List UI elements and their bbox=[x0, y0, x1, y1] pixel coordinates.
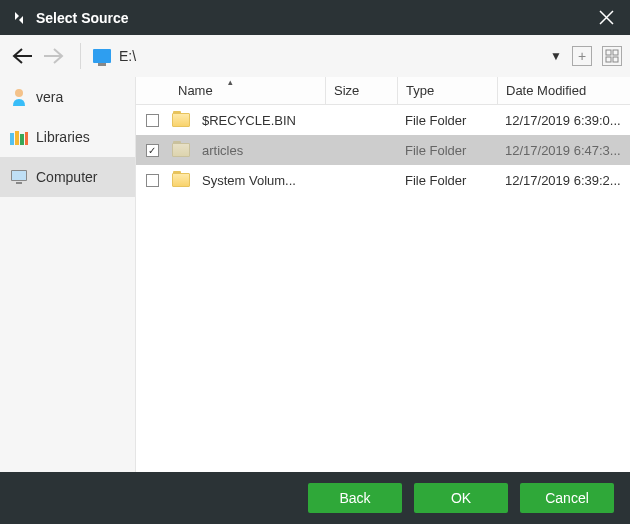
sort-asc-icon: ▴ bbox=[228, 77, 233, 87]
path-breadcrumb[interactable]: E:\ bbox=[93, 48, 550, 64]
sidebar-item-label: vera bbox=[36, 89, 63, 105]
row-date: 12/17/2019 6:39:0... bbox=[497, 113, 630, 128]
sidebar-item-libraries[interactable]: Libraries bbox=[0, 117, 135, 157]
cancel-button[interactable]: Cancel bbox=[520, 483, 614, 513]
svg-rect-10 bbox=[12, 171, 26, 180]
user-icon bbox=[10, 88, 28, 106]
row-checkbox[interactable] bbox=[146, 174, 159, 187]
back-button[interactable]: Back bbox=[308, 483, 402, 513]
svg-rect-3 bbox=[613, 57, 618, 62]
view-mode-button[interactable] bbox=[602, 46, 622, 66]
nav-back-button[interactable] bbox=[8, 41, 38, 71]
row-name: System Volum... bbox=[194, 173, 325, 188]
svg-rect-8 bbox=[25, 132, 28, 145]
folder-icon bbox=[172, 143, 190, 157]
svg-rect-6 bbox=[15, 131, 19, 145]
sidebar-item-user[interactable]: vera bbox=[0, 77, 135, 117]
nav-forward-button bbox=[38, 41, 68, 71]
ok-button[interactable]: OK bbox=[414, 483, 508, 513]
column-date[interactable]: Date Modified bbox=[498, 77, 630, 104]
svg-rect-2 bbox=[606, 57, 611, 62]
row-date: 12/17/2019 6:47:3... bbox=[497, 143, 630, 158]
column-name[interactable]: ▴ Name bbox=[136, 77, 326, 104]
window-title: Select Source bbox=[36, 10, 129, 26]
row-date: 12/17/2019 6:39:2... bbox=[497, 173, 630, 188]
folder-icon bbox=[172, 173, 190, 187]
row-name: $RECYCLE.BIN bbox=[194, 113, 325, 128]
folder-icon bbox=[172, 113, 190, 127]
row-type: File Folder bbox=[397, 173, 497, 188]
row-checkbox[interactable] bbox=[146, 114, 159, 127]
svg-rect-0 bbox=[606, 50, 611, 55]
svg-rect-5 bbox=[10, 133, 14, 145]
sidebar-item-computer[interactable]: Computer bbox=[0, 157, 135, 197]
path-dropdown-button[interactable]: ▼ bbox=[550, 49, 562, 63]
column-headers[interactable]: ▴ Name Size Type Date Modified bbox=[136, 77, 630, 105]
app-logo-icon bbox=[10, 9, 28, 27]
row-name: articles bbox=[194, 143, 325, 158]
row-checkbox[interactable]: ✓ bbox=[146, 144, 159, 157]
library-icon bbox=[10, 128, 28, 146]
svg-rect-7 bbox=[20, 134, 24, 145]
row-type: File Folder bbox=[397, 143, 497, 158]
close-button[interactable] bbox=[592, 4, 620, 32]
column-size[interactable]: Size bbox=[326, 77, 398, 104]
path-text: E:\ bbox=[119, 48, 136, 64]
monitor-icon bbox=[10, 168, 28, 186]
table-row[interactable]: System Volum...File Folder12/17/2019 6:3… bbox=[136, 165, 630, 195]
table-row[interactable]: $RECYCLE.BINFile Folder12/17/2019 6:39:0… bbox=[136, 105, 630, 135]
table-row[interactable]: ✓articlesFile Folder12/17/2019 6:47:3... bbox=[136, 135, 630, 165]
sidebar-item-label: Libraries bbox=[36, 129, 90, 145]
drive-icon bbox=[93, 49, 111, 63]
column-type[interactable]: Type bbox=[398, 77, 498, 104]
svg-rect-1 bbox=[613, 50, 618, 55]
svg-rect-11 bbox=[16, 182, 22, 184]
svg-point-4 bbox=[15, 89, 23, 97]
sidebar-item-label: Computer bbox=[36, 169, 97, 185]
new-folder-button[interactable]: + bbox=[572, 46, 592, 66]
row-type: File Folder bbox=[397, 113, 497, 128]
